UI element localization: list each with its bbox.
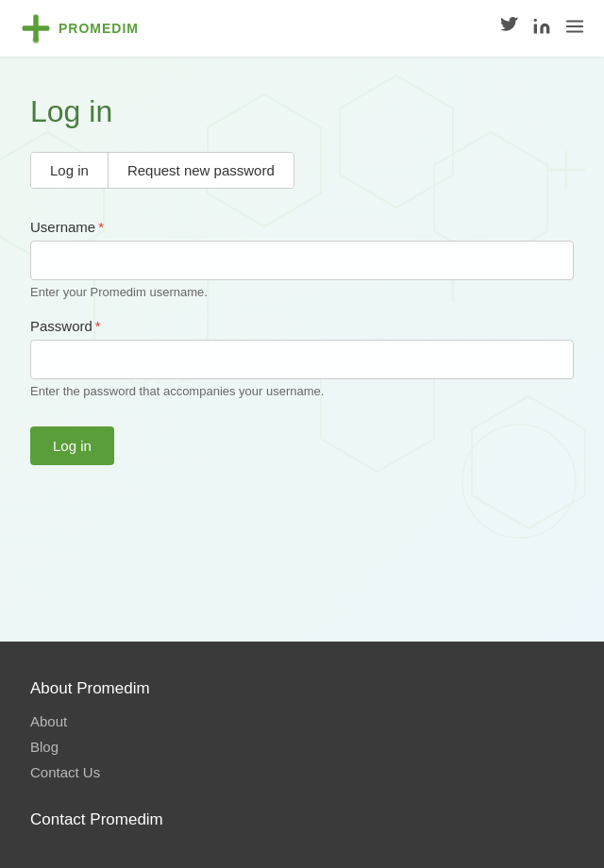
twitter-icon[interactable] xyxy=(500,17,519,41)
header-social xyxy=(500,16,585,42)
auth-tabs: Log in Request new password xyxy=(30,152,294,189)
username-input[interactable] xyxy=(30,241,574,280)
login-button[interactable]: Log in xyxy=(30,426,114,465)
page-title: Log in xyxy=(30,94,574,129)
password-label: Password* xyxy=(30,318,574,334)
logo-text: PROMEDIM xyxy=(59,21,139,36)
username-required: * xyxy=(98,219,104,235)
footer-contact-section: Contact Promedim xyxy=(30,810,574,829)
tab-login[interactable]: Log in xyxy=(31,153,109,188)
logo[interactable]: PROMEDIM xyxy=(19,11,139,45)
login-form: Username* Enter your Promedim username. … xyxy=(30,219,574,465)
linkedin-icon[interactable] xyxy=(532,17,551,41)
hamburger-icon[interactable] xyxy=(564,16,585,42)
footer-link-blog[interactable]: Blog xyxy=(30,739,574,755)
footer-contact-heading: Contact Promedim xyxy=(30,810,574,829)
svg-point-3 xyxy=(534,18,537,21)
svg-rect-1 xyxy=(23,25,50,30)
password-group: Password* Enter the password that accomp… xyxy=(30,318,574,398)
footer-about-heading: About Promedim xyxy=(30,679,574,698)
username-group: Username* Enter your Promedim username. xyxy=(30,219,574,299)
footer-link-about[interactable]: About xyxy=(30,713,574,729)
password-input[interactable] xyxy=(30,340,574,379)
main-content: CARE Log in Log in Request new password … xyxy=(0,57,604,642)
footer-about-section: About Promedim About Blog Contact Us xyxy=(30,679,574,780)
svg-point-2 xyxy=(32,37,39,43)
password-hint: Enter the password that accompanies your… xyxy=(30,384,574,398)
password-required: * xyxy=(95,318,101,334)
content-inner: Log in Log in Request new password Usern… xyxy=(0,57,604,522)
username-label: Username* xyxy=(30,219,574,235)
site-footer: About Promedim About Blog Contact Us Con… xyxy=(0,642,604,868)
site-header: PROMEDIM xyxy=(0,0,604,57)
logo-icon xyxy=(19,11,53,45)
tab-request-password[interactable]: Request new password xyxy=(109,153,294,188)
footer-link-contact-us[interactable]: Contact Us xyxy=(30,764,574,780)
username-hint: Enter your Promedim username. xyxy=(30,285,574,299)
